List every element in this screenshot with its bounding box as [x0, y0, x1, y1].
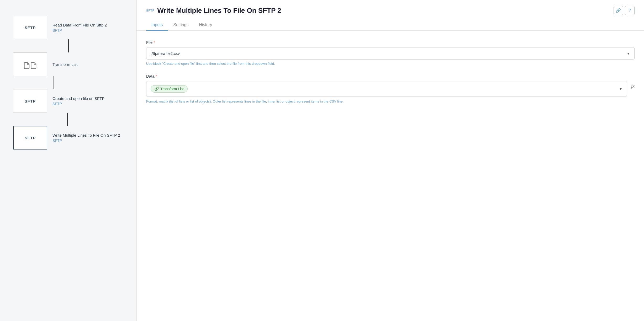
sftp-badge: SFTP — [146, 9, 155, 12]
link-icon: 🔗 — [616, 8, 621, 13]
flow-item-transform[interactable]: Transform List — [8, 52, 77, 89]
file-required-star: * — [154, 40, 155, 45]
left-panel: SFTP Read Data From File On Sftp 2 SFTP — [0, 0, 136, 321]
file-field-section: File * ./ftp/newfile2.csv ▼ Use block "C… — [146, 40, 635, 66]
flow-connector-1 — [68, 39, 69, 52]
tab-settings[interactable]: Settings — [168, 20, 194, 31]
link-icon-button[interactable]: 🔗 — [614, 6, 623, 15]
data-field-label: Data * — [146, 74, 627, 78]
header-icons: 🔗 ? — [614, 6, 635, 15]
file-field-label: File * — [146, 40, 635, 45]
transform-list-chip: Transform List — [151, 85, 188, 93]
data-format-hint: Format: matrix (list of lists or list of… — [146, 99, 627, 104]
flow-connector-2 — [54, 76, 54, 89]
panel-title: SFTP Write Multiple Lines To File On SFT… — [146, 7, 281, 15]
transform-chip-label: Transform List — [160, 87, 184, 91]
flow-item-create-open[interactable]: SFTP Create and open file on SFTP SFTP — [8, 89, 104, 126]
fx-icon[interactable]: fx — [631, 83, 635, 89]
file-field-row: ./ftp/newfile2.csv ▼ — [146, 47, 635, 60]
transform-icons — [23, 59, 37, 69]
flow-label-transform: Transform List — [52, 62, 77, 67]
tabs: Inputs Settings History — [146, 20, 635, 30]
tab-inputs[interactable]: Inputs — [146, 20, 168, 31]
title-row: SFTP Write Multiple Lines To File On SFT… — [146, 6, 635, 15]
help-icon-button[interactable]: ? — [625, 6, 635, 15]
file-field-hint: Use block "Create and open file" first a… — [146, 62, 635, 66]
file-dropdown-value: ./ftp/newfile2.csv — [151, 51, 180, 56]
flow-item-write-multiple[interactable]: SFTP Write Multiple Lines To File On SFT… — [8, 126, 120, 149]
flow-box-sftp-4[interactable]: SFTP — [13, 126, 47, 149]
flow-label-read-data: Read Data From File On Sftp 2 SFTP — [52, 23, 107, 33]
data-field-header: Data * Transform List ▼ Forma — [146, 74, 635, 104]
data-required-star: * — [156, 74, 157, 78]
right-panel: SFTP Write Multiple Lines To File On SFT… — [136, 0, 644, 321]
chip-icon — [155, 87, 159, 91]
data-dropdown-arrow: ▼ — [619, 87, 622, 91]
page-title: Write Multiple Lines To File On SFTP 2 — [157, 7, 281, 15]
right-body: File * ./ftp/newfile2.csv ▼ Use block "C… — [137, 31, 644, 321]
data-field-section: Data * Transform List ▼ Forma — [146, 74, 635, 104]
flow-box-sftp-3[interactable]: SFTP — [13, 89, 47, 113]
data-dropdown[interactable]: Transform List ▼ — [146, 81, 627, 97]
flow-label-write: Write Multiple Lines To File On SFTP 2 S… — [52, 133, 120, 143]
flow-box-sftp-1[interactable]: SFTP — [13, 16, 47, 39]
flow-item-read-data[interactable]: SFTP Read Data From File On Sftp 2 SFTP — [8, 10, 107, 52]
flow-label-create: Create and open file on SFTP SFTP — [52, 96, 104, 106]
tab-history[interactable]: History — [194, 20, 217, 31]
file-dropdown-arrow: ▼ — [626, 51, 630, 56]
flow-connector-3 — [67, 113, 68, 126]
file-dropdown[interactable]: ./ftp/newfile2.csv ▼ — [146, 47, 635, 60]
question-mark-icon: ? — [629, 8, 631, 13]
flow-box-transform[interactable] — [13, 52, 47, 76]
right-header: SFTP Write Multiple Lines To File On SFT… — [137, 0, 644, 31]
